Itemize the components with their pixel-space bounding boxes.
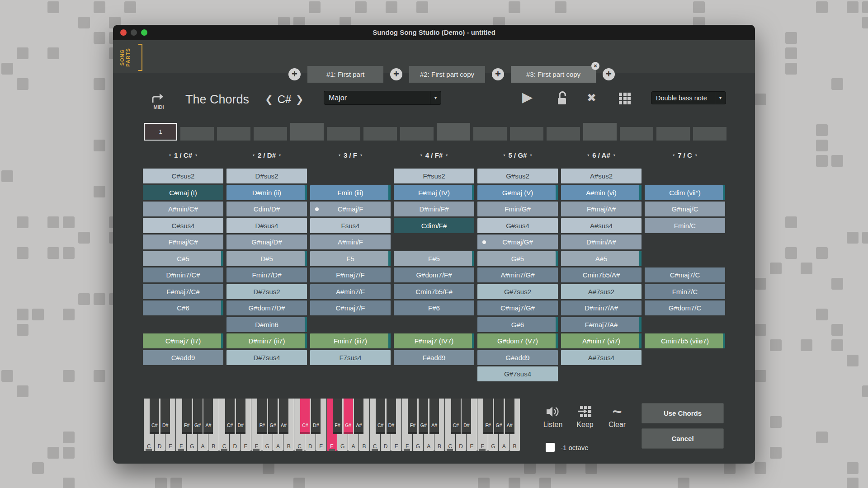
chord-cell[interactable]: Fmin7 (iii7) [310, 333, 391, 348]
chord-cell[interactable]: G#maj/C [645, 202, 725, 216]
chord-cell[interactable]: C#maj/F [310, 202, 391, 216]
chord-cell[interactable]: Cdim/F# [394, 218, 474, 233]
chord-cell[interactable]: F#maj7/C# [143, 284, 223, 299]
piano-key-black[interactable]: A# [203, 399, 213, 434]
step-cell[interactable] [510, 127, 543, 141]
piano-key-black[interactable]: F# [408, 399, 417, 434]
chord-cell[interactable]: Fmin7/C [645, 284, 725, 299]
chord-cell[interactable]: D#min7/C# [143, 267, 223, 282]
column-header[interactable]: ▾2 / D#▾ [226, 151, 307, 159]
chord-cell[interactable]: G#maj (V) [477, 185, 558, 200]
piano-key-black[interactable]: A# [429, 399, 439, 434]
chord-cell[interactable]: F#maj (IV) [394, 185, 474, 200]
piano-key-black[interactable]: C# [150, 399, 159, 434]
piano-key-black[interactable]: D# [462, 399, 471, 434]
step-cell[interactable] [437, 123, 470, 141]
bass-note-dropdown[interactable]: Double bass note ▾ [651, 91, 726, 104]
chord-cell[interactable]: G#5 [477, 251, 558, 266]
piano-key-black[interactable]: G# [268, 399, 278, 434]
keep-button[interactable]: Keep [570, 404, 600, 429]
piano-key-black[interactable]: C# [376, 399, 385, 434]
minus-octave-checkbox[interactable] [546, 443, 555, 452]
chord-cell[interactable]: D#min/F# [394, 202, 474, 216]
add-part-button[interactable]: + [603, 68, 615, 80]
song-part-tab[interactable]: #1: First part [307, 66, 383, 83]
chord-cell[interactable]: Fmin/G# [477, 202, 558, 216]
piano-key-black[interactable]: F# [333, 399, 342, 434]
play-button[interactable]: ▶ [522, 89, 533, 105]
chord-cell[interactable]: F7sus4 [310, 350, 391, 365]
piano-key-black[interactable]: A# [279, 399, 288, 434]
step-cell[interactable] [363, 127, 397, 141]
chord-cell[interactable]: D#sus2 [226, 169, 307, 183]
chord-cell[interactable]: D#7sus2 [226, 284, 307, 299]
chord-cell[interactable]: C#sus2 [143, 169, 223, 183]
chord-cell[interactable]: Cmin7b5/A# [561, 267, 642, 282]
next-key-button[interactable]: ❯ [296, 94, 304, 105]
chord-cell[interactable]: C#maj7/C [645, 267, 725, 282]
piano-key-black[interactable]: F# [483, 399, 493, 434]
step-cell[interactable] [290, 123, 324, 141]
chord-cell[interactable]: D#min7 (ii7) [226, 333, 307, 348]
piano-key-black[interactable]: D# [160, 399, 170, 434]
step-cell[interactable] [693, 127, 726, 141]
chord-cell[interactable]: A#min7/G# [477, 267, 558, 282]
scale-dropdown[interactable]: Major ▾ [324, 91, 441, 105]
piano-key-black[interactable]: C# [225, 399, 235, 434]
piano-key-black[interactable]: F# [182, 399, 192, 434]
chord-cell[interactable]: F5 [310, 251, 391, 266]
column-header[interactable]: ▾4 / F#▾ [394, 151, 474, 159]
add-part-button[interactable]: + [492, 68, 504, 80]
chord-cell[interactable]: G#7sus4 [477, 366, 558, 381]
piano-key-black[interactable]: A# [505, 399, 514, 434]
chord-cell[interactable]: A#min7/F [310, 284, 391, 299]
step-cell[interactable] [180, 127, 214, 141]
step-cell[interactable] [327, 127, 360, 141]
chord-cell[interactable]: G#maj/D# [226, 235, 307, 249]
chord-cell[interactable]: G#sus4 [477, 218, 558, 233]
step-cell[interactable] [254, 127, 287, 141]
use-chords-button[interactable]: Use Chords [642, 403, 724, 423]
chord-cell[interactable]: C#maj7/F [310, 300, 391, 315]
chord-cell[interactable]: A#min7 (vi7) [561, 333, 642, 348]
chord-cell[interactable]: C#maj (I) [143, 185, 223, 200]
chord-cell[interactable]: A#min/C# [143, 202, 223, 216]
chord-cell[interactable]: G#dom7/D# [226, 300, 307, 315]
step-cell[interactable] [400, 127, 434, 141]
chord-cell[interactable]: G#6 [477, 317, 558, 332]
piano-key-black[interactable]: A# [354, 399, 363, 434]
chord-cell[interactable]: Fsus4 [310, 218, 391, 233]
clear-button[interactable]: ~ Clear [602, 404, 632, 429]
prev-key-button[interactable]: ❮ [265, 94, 273, 105]
piano-key-black[interactable]: G# [193, 399, 203, 434]
clear-all-button[interactable]: ✖ [587, 91, 596, 104]
chord-cell[interactable]: D#min/A# [561, 235, 642, 249]
chord-cell[interactable]: C#maj/G# [477, 235, 558, 249]
chord-cell[interactable]: F#add9 [394, 350, 474, 365]
chord-cell[interactable]: F#sus2 [394, 169, 474, 183]
piano-key-black[interactable]: F# [257, 399, 267, 434]
column-header[interactable]: ▾6 / A#▾ [561, 151, 642, 159]
column-header[interactable]: ▾7 / C▾ [645, 151, 725, 159]
song-part-tab[interactable]: #3: First part copy× [511, 66, 596, 83]
add-part-button[interactable]: + [288, 68, 301, 80]
chord-cell[interactable]: C#6 [143, 300, 223, 315]
chord-cell[interactable]: D#sus4 [226, 218, 307, 233]
chord-cell[interactable]: G#sus2 [477, 169, 558, 183]
piano-key-black[interactable]: C# [300, 399, 310, 434]
chord-cell[interactable]: F#maj/A# [561, 202, 642, 216]
piano-key-black[interactable]: D# [236, 399, 245, 434]
lock-icon[interactable] [556, 91, 569, 107]
piano-key-black[interactable]: G# [494, 399, 504, 434]
chord-cell[interactable]: G#dom7/F# [394, 267, 474, 282]
chord-cell[interactable]: Cmin7b5/F# [394, 284, 474, 299]
chord-cell[interactable]: G#dom7/C [645, 300, 725, 315]
chord-cell[interactable]: Cdim/D# [226, 202, 307, 216]
chord-cell[interactable]: F#maj/C# [143, 235, 223, 249]
piano-key-black[interactable]: D# [387, 399, 396, 434]
add-part-button[interactable]: + [390, 68, 402, 80]
chord-cell[interactable]: C#maj7 (I7) [143, 333, 223, 348]
chord-cell[interactable]: A#sus2 [561, 169, 642, 183]
chord-cell[interactable]: A#7sus4 [561, 350, 642, 365]
chord-cell[interactable]: A#sus4 [561, 218, 642, 233]
